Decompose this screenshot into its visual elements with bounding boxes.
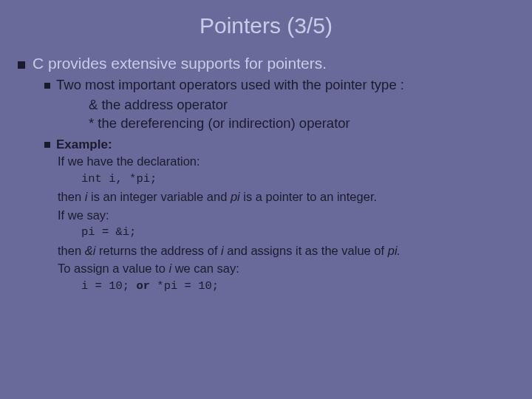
example-text: then &i returns the address of i and ass… <box>58 242 514 260</box>
code-line: int i, *pi; <box>81 171 514 188</box>
code-line: pi = &i; <box>81 224 514 241</box>
bullet-level-1: C provides extensive supports for pointe… <box>18 55 514 72</box>
square-bullet-icon <box>18 61 25 69</box>
example-text: then i is an integer variable and pi is … <box>58 188 514 206</box>
operator-line-1: & the address operator <box>89 96 514 115</box>
operator-desc: the dereferencing (or indirection) opera… <box>94 115 350 131</box>
square-bullet-icon <box>44 142 50 148</box>
example-text: If we have the declaration: <box>58 152 514 171</box>
example-label: Example: <box>56 137 112 152</box>
operator-line-2: * the dereferencing (or indirection) ope… <box>89 115 514 133</box>
example-text: To assign a value to i we can say: <box>58 259 514 278</box>
code-line: i = 10; or *pi = 10; <box>81 278 514 295</box>
operator-symbol: & <box>89 97 98 112</box>
slide-title: Pointers (3/5) <box>18 13 514 38</box>
example-body: If we have the declaration: int i, *pi; … <box>58 152 514 296</box>
bullet-level-2: Two most important operators used with t… <box>44 77 514 93</box>
square-bullet-icon <box>44 83 50 89</box>
example-text: If we say: <box>58 206 514 225</box>
example-heading: Example: <box>44 137 514 152</box>
slide: Pointers (3/5) C provides extensive supp… <box>0 0 532 399</box>
operator-desc: the address operator <box>98 97 228 112</box>
main-point-text: C provides extensive supports for pointe… <box>33 55 514 72</box>
sub-point-text: Two most important operators used with t… <box>56 77 514 93</box>
